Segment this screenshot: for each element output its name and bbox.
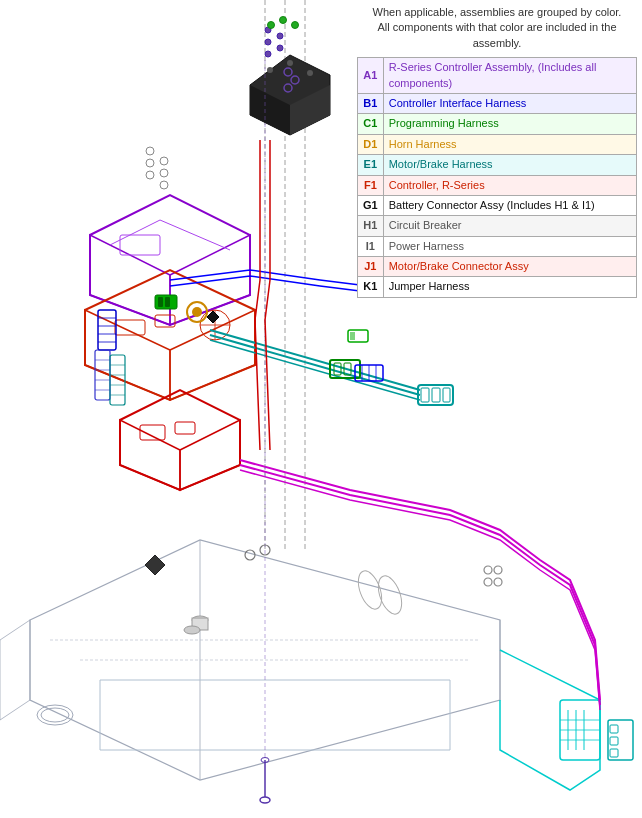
legend-code: I1 [358,236,384,256]
svg-point-22 [267,67,273,73]
legend-description: Programming Harness [383,114,636,134]
legend-panel: When applicable, assemblies are grouped … [357,5,637,298]
svg-rect-38 [165,297,170,307]
legend-row: I1Power Harness [358,236,637,256]
svg-point-28 [277,33,283,39]
legend-code: J1 [358,257,384,277]
svg-rect-50 [350,332,355,340]
svg-point-27 [265,51,271,57]
svg-point-26 [265,39,271,45]
svg-rect-37 [158,297,163,307]
svg-point-23 [287,60,293,66]
legend-description: Controller, R-Series [383,175,636,195]
legend-code: F1 [358,175,384,195]
legend-table: A1R-Series Controller Assembly, (Include… [357,57,637,298]
legend-code: B1 [358,93,384,113]
legend-description: Controller Interface Harness [383,93,636,113]
legend-row: B1Controller Interface Harness [358,93,637,113]
legend-code: D1 [358,134,384,154]
svg-point-40 [192,307,202,317]
svg-point-24 [307,70,313,76]
legend-row: G1Battery Connector Assy (Includes H1 & … [358,195,637,215]
legend-row: C1Programming Harness [358,114,637,134]
legend-description: Jumper Harness [383,277,636,297]
svg-point-88 [292,22,299,29]
svg-point-29 [277,45,283,51]
legend-row: A1R-Series Controller Assembly, (Include… [358,58,637,94]
legend-description: Motor/Brake Harness [383,155,636,175]
legend-description: Motor/Brake Connector Assy [383,257,636,277]
main-container: When applicable, assemblies are grouped … [0,0,642,818]
legend-code: A1 [358,58,384,94]
legend-description: R-Series Controller Assembly, (Includes … [383,58,636,94]
legend-description: Circuit Breaker [383,216,636,236]
legend-row: D1Horn Harness [358,134,637,154]
legend-description: Horn Harness [383,134,636,154]
svg-point-86 [268,22,275,29]
legend-description: Power Harness [383,236,636,256]
legend-row: K1Jumper Harness [358,277,637,297]
legend-code: E1 [358,155,384,175]
legend-row: H1Circuit Breaker [358,216,637,236]
legend-code: G1 [358,195,384,215]
legend-code: K1 [358,277,384,297]
legend-row: J1Motor/Brake Connector Assy [358,257,637,277]
legend-header: When applicable, assemblies are grouped … [357,5,637,51]
svg-point-5 [184,626,200,634]
legend-row: E1Motor/Brake Harness [358,155,637,175]
svg-point-87 [280,17,287,24]
legend-code: H1 [358,216,384,236]
legend-description: Battery Connector Assy (Includes H1 & I1… [383,195,636,215]
legend-code: C1 [358,114,384,134]
legend-row: F1Controller, R-Series [358,175,637,195]
